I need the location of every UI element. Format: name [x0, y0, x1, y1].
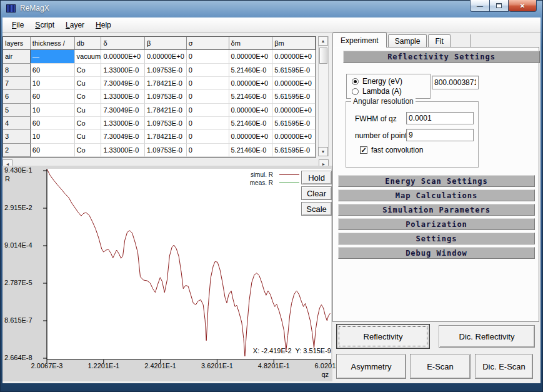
layer-cell[interactable]: 0 — [187, 144, 229, 157]
scroll-thumb[interactable] — [319, 48, 327, 64]
scale-button[interactable]: Scale — [301, 202, 332, 216]
layer-row-header[interactable]: 6 — [3, 90, 31, 103]
scroll-up-button[interactable]: ▲ — [318, 36, 328, 46]
layer-cell[interactable]: Co — [75, 90, 102, 103]
layer-cell[interactable]: 5.61595E-0 — [272, 64, 316, 77]
fwhm-input[interactable] — [406, 112, 474, 124]
menu-script[interactable]: Script — [29, 19, 60, 31]
layer-cell[interactable]: 5.61595E-0 — [272, 117, 316, 130]
tab-sample[interactable]: Sample — [388, 34, 427, 48]
layer-cell[interactable]: 0.00000E+0 — [101, 50, 145, 63]
layer-cell[interactable]: 0.00000E+0 — [229, 104, 273, 117]
lambda-radio[interactable] — [352, 88, 359, 95]
layer-cell[interactable]: 1.78421E-0 — [145, 77, 187, 90]
tab-experiment[interactable]: Experiment — [332, 33, 387, 48]
layer-cell[interactable]: 0 — [187, 117, 229, 130]
layer-cell[interactable]: Co — [75, 117, 102, 130]
layer-cell[interactable]: 0 — [187, 104, 229, 117]
table-vertical-scrollbar[interactable]: ▲ ▼ — [318, 36, 329, 156]
reflectivity-settings-header[interactable]: Reflectivity Settings — [343, 51, 540, 63]
layer-cell[interactable]: 0 — [187, 64, 229, 77]
layer-cell[interactable]: Co — [75, 144, 102, 157]
layer-cell[interactable]: 0.00000E+0 — [272, 77, 316, 90]
layer-cell[interactable]: vacuum — [75, 50, 102, 63]
layer-cell[interactable]: 0 — [187, 50, 229, 63]
layer-cell[interactable]: 0 — [187, 77, 229, 90]
layer-cell[interactable]: 10 — [31, 130, 75, 143]
layer-cell[interactable]: 0 — [187, 130, 229, 143]
layer-cell[interactable]: Cu — [75, 77, 102, 90]
layer-cell[interactable]: 1.33000E-0 — [101, 117, 145, 130]
polarization-button[interactable]: Polarization — [338, 218, 535, 230]
layer-cell[interactable]: 1.09753E-0 — [145, 144, 187, 157]
layer-cell[interactable]: 1.33000E-0 — [101, 144, 145, 157]
layer-cell[interactable]: 5.21460E-0 — [229, 64, 273, 77]
asymmetry-button[interactable]: Asymmetry — [336, 354, 406, 379]
layer-cell[interactable]: 0.00000E+0 — [229, 50, 273, 63]
layer-cell[interactable]: 1.33000E-0 — [101, 90, 145, 103]
energy-radio[interactable] — [352, 78, 359, 85]
lambda-radio-row[interactable]: Lambda (A) — [352, 86, 430, 96]
reflectivity-plot[interactable]: 9.430E-12.915E-29.014E-42.787E-58.615E-7… — [2, 166, 332, 381]
layer-cell[interactable]: 5.61595E-0 — [272, 144, 316, 157]
layer-row-header[interactable]: 7 — [3, 77, 31, 90]
column-header-db[interactable]: db — [75, 37, 102, 50]
layer-row-header[interactable]: 2 — [3, 144, 31, 157]
column-header-m[interactable]: δm — [229, 37, 273, 50]
layer-cell[interactable]: 0.00000E+0 — [229, 130, 273, 143]
layer-cell[interactable]: 60 — [31, 90, 75, 103]
column-header-[interactable]: σ — [187, 37, 229, 50]
menu-layer[interactable]: Layer — [60, 19, 90, 31]
layer-cell[interactable]: — — [31, 50, 75, 63]
menu-file[interactable]: File — [6, 19, 29, 31]
layer-cell[interactable]: 60 — [31, 144, 75, 157]
layer-cell[interactable]: 0.00000E+0 — [272, 130, 316, 143]
simulation-parameters-button[interactable]: Simulation Parameters — [338, 204, 535, 216]
settings-button[interactable]: Settings — [338, 233, 535, 244]
column-header-layers[interactable]: layers — [3, 37, 31, 50]
layer-row-header[interactable]: 8 — [3, 64, 31, 77]
column-header-[interactable]: β — [145, 37, 187, 50]
layer-cell[interactable]: 0.00000E+0 — [272, 50, 316, 63]
layer-cell[interactable]: 7.30049E-0 — [101, 104, 145, 117]
column-header-[interactable]: δ — [101, 37, 145, 50]
layer-cell[interactable]: 1.09753E-0 — [145, 90, 187, 103]
layer-row-header[interactable]: air — [3, 50, 31, 63]
layer-cell[interactable]: 10 — [31, 77, 75, 90]
minimize-button[interactable]: — — [470, 0, 489, 12]
clear-button[interactable]: Clear — [301, 186, 332, 200]
layer-row-header[interactable]: 5 — [3, 104, 31, 117]
scroll-down-button[interactable]: ▼ — [318, 147, 328, 156]
layer-cell[interactable]: 1.09753E-0 — [145, 117, 187, 130]
layer-cell[interactable]: 5.21460E-0 — [229, 144, 273, 157]
layer-cell[interactable]: 0 — [187, 90, 229, 103]
debug-window-button[interactable]: Debug Window — [338, 247, 535, 259]
layer-cell[interactable]: 60 — [31, 117, 75, 130]
fast-convolution-checkbox[interactable]: ✓ — [360, 146, 367, 154]
dic-reflectivity-button[interactable]: Dic. Reflectivity — [439, 325, 535, 348]
reflectivity-button[interactable]: Reflectivity — [336, 324, 430, 349]
e-scan-button[interactable]: E-Scan — [410, 354, 471, 379]
layer-cell[interactable]: 0.00000E+0 — [272, 104, 316, 117]
layer-cell[interactable]: 5.61595E-0 — [272, 90, 316, 103]
number-of-points-input[interactable] — [406, 129, 474, 141]
energy-value-input[interactable] — [432, 76, 479, 89]
maximize-button[interactable] — [489, 0, 509, 12]
map-calculations-button[interactable]: Map Calculations — [338, 189, 535, 201]
layer-row-header[interactable]: 3 — [3, 130, 31, 143]
energy-radio-row[interactable]: Energy (eV) — [352, 76, 430, 86]
layer-cell[interactable]: 5.21460E-0 — [229, 117, 273, 130]
layer-cell[interactable]: Cu — [75, 104, 102, 117]
dic-e-scan-button[interactable]: Dic. E-Scan — [475, 354, 533, 379]
hold-button[interactable]: Hold — [301, 171, 332, 184]
layer-cell[interactable]: 1.78421E-0 — [145, 104, 187, 117]
column-header-thickness[interactable]: thickness / — [31, 37, 75, 50]
energy-scan-settings-button[interactable]: Energy Scan Settings — [338, 175, 535, 187]
close-button[interactable]: ✕ — [509, 0, 537, 12]
layer-cell[interactable]: 1.09753E-0 — [145, 64, 187, 77]
layer-cell[interactable]: 7.30049E-0 — [101, 77, 145, 90]
column-header-m[interactable]: βm — [272, 37, 316, 50]
layer-cell[interactable]: 60 — [31, 64, 75, 77]
layer-row-header[interactable]: 4 — [3, 117, 31, 130]
menu-help[interactable]: Help — [90, 19, 117, 31]
